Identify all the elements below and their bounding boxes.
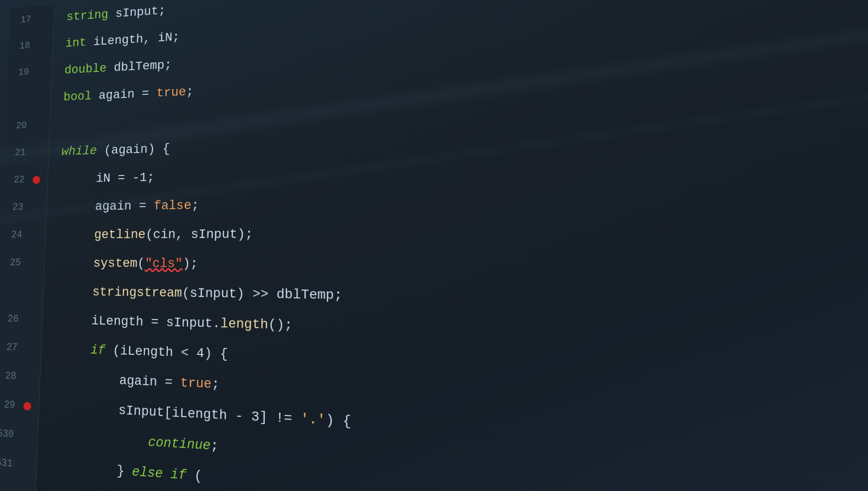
token-func-25b: stringstream [92, 278, 183, 308]
line-num-21: 21 [4, 139, 31, 167]
line-num-531: 531 [0, 448, 18, 479]
line-row-27: 27 [0, 333, 42, 363]
line-num-24: 24 [0, 221, 28, 249]
token-indent-27 [54, 335, 91, 365]
token-indent-25b [56, 277, 93, 306]
line-row-18: 18 [8, 31, 54, 60]
line-row-26: 26 [0, 305, 43, 334]
token-plain-17: sInput; [108, 0, 166, 28]
token-rparen-25: ); [182, 249, 198, 279]
line-num-29: 29 [0, 390, 21, 420]
line-num-17: 17 [9, 6, 37, 34]
token-plain-26: iLength = sInput. [91, 307, 221, 339]
token-func-25: system [93, 249, 138, 278]
line-num-19b [7, 99, 33, 100]
token-semi-530: ; [210, 430, 219, 462]
token-brace-531: } [117, 456, 133, 487]
line-row-17: 17 [9, 5, 54, 34]
breakpoint-29[interactable] [23, 402, 31, 411]
line-row-25: 25 [0, 249, 45, 277]
token-indent-24 [58, 221, 95, 250]
token-type-19b: bool [63, 83, 92, 111]
line-row-19b [6, 84, 51, 113]
token-continue-530: continue [148, 427, 211, 462]
token-plain-24: (cin, sInput); [145, 220, 253, 249]
line-row-531: 531 [0, 448, 37, 481]
line-row-29: 29 [0, 390, 39, 421]
token-plain-19: dblTemp; [106, 51, 172, 82]
token-type-19: double [64, 55, 107, 84]
line-num-22: 22 [2, 166, 30, 194]
token-semi-23: ; [191, 191, 199, 220]
token-plain-19b: again = [91, 79, 157, 110]
editor-container: 17 18 19 20 21 [0, 0, 868, 491]
token-if-27: if [90, 336, 106, 366]
line-row-23: 23 [1, 193, 47, 221]
token-indent-29 [51, 393, 119, 426]
token-call-26: (); [268, 310, 292, 341]
token-plain-21: (again) { [96, 135, 170, 165]
line-row-21: 21 [4, 138, 49, 167]
code-lines: string sInput; int iLength, iN; double d… [42, 0, 868, 491]
line-row-20: 20 [5, 112, 50, 140]
line-num-19: 19 [7, 59, 34, 87]
token-while-21: while [61, 137, 97, 166]
line-row-530: 530 [0, 419, 38, 451]
token-plain-28a: again = [119, 366, 180, 399]
token-true-28: true [180, 368, 212, 399]
token-indent-28 [53, 363, 120, 395]
token-bool-19b: true [156, 78, 187, 107]
line-row-25b [0, 277, 44, 306]
token-plain-18: iLength, iN; [86, 23, 180, 56]
breakpoint-22[interactable] [33, 176, 40, 184]
line-num-530: 530 [0, 419, 20, 450]
line-row-19: 19 [7, 58, 52, 87]
line-row-22: 22 [2, 166, 48, 194]
token-type-17: string [66, 1, 109, 31]
token-indent-531 [50, 452, 117, 486]
token-semi-19b: ; [186, 78, 194, 106]
line-row-24: 24 [0, 221, 46, 249]
token-method-26: length [220, 309, 268, 340]
line-num-25b [0, 291, 25, 291]
token-func-24: getline [94, 221, 146, 249]
token-plain-29b: ) { [326, 404, 351, 437]
line-num-23: 23 [1, 194, 29, 221]
token-false-23: false [154, 191, 192, 220]
line-num-20: 20 [5, 112, 33, 140]
token-elseif-531: else if [132, 457, 187, 491]
token-lparen-25: ( [137, 249, 145, 278]
line-num-28: 28 [0, 362, 22, 391]
token-indent-26 [55, 306, 92, 335]
editor-inner: 17 18 19 20 21 [0, 0, 868, 491]
line-num-18: 18 [8, 33, 36, 60]
token-semi-28: ; [211, 369, 220, 400]
token-plain-27: (iLength < 4) { [105, 336, 228, 370]
token-plain-23a: again = [59, 192, 154, 221]
line-num-27: 27 [0, 333, 23, 362]
token-plain-25b: (sInput) >> dblTemp; [182, 279, 342, 311]
line-row-28: 28 [0, 362, 41, 392]
line-num-26: 26 [0, 305, 24, 334]
code-area: string sInput; int iLength, iN; double d… [36, 0, 868, 491]
token-char-29: '.' [300, 404, 326, 437]
token-type-18: int [65, 29, 87, 57]
line-num-25: 25 [0, 249, 26, 277]
token-indent-25 [57, 249, 94, 278]
token-str-25: "cls" [145, 249, 183, 279]
token-plain-22: iN = -1; [60, 163, 154, 193]
token-paren-531: ( [186, 460, 203, 491]
